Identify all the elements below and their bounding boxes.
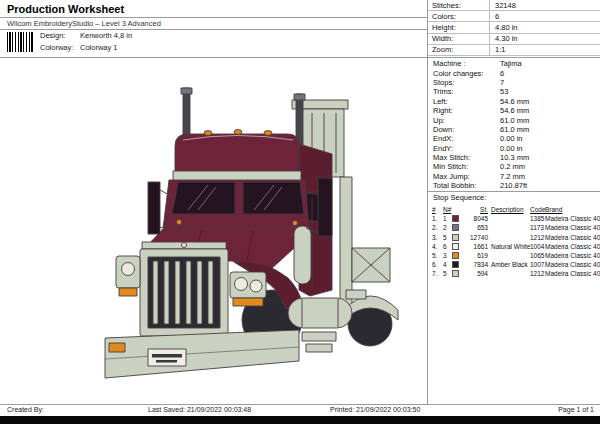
page-title: Production Worksheet [7,3,124,15]
machine-info-value: 210.87ft [500,181,527,190]
stop-sequence-row: 3. 5 12740 1212 Madeira Classic 40 [428,233,600,242]
thread-code: 1007 [529,261,545,268]
machine-info-value: 7 [500,78,504,87]
stitch-count: 594 [465,270,491,277]
page-number: Page 1 of 1 [558,406,594,413]
machine-info-value: 0.2 mm [500,162,525,171]
thread-color-swatch [452,243,459,250]
machine-info-value: Tajima [500,59,522,68]
seq-number: 6. [432,261,443,268]
needle-number: 4 [443,261,452,268]
machine-info-label: Left: [428,97,500,106]
machine-info-label: Right: [428,106,500,115]
summary-row: Zoom:1:1 [428,45,600,56]
machine-info-row: Stops:7 [428,78,600,87]
summary-value: 6 [490,12,499,21]
machine-info-row: Right:54.6 mm [428,106,600,115]
machine-info-row: Down:61.0 mm [428,125,600,134]
thread-brand: Madeira Classic 40 [545,224,600,231]
stop-sequence-header: # N# St. Description Code Brand [428,205,600,214]
col-brand: Brand [545,206,600,213]
col-code: Code [529,206,545,213]
machine-info-row: Total Bobbin:210.87ft [428,181,600,190]
production-worksheet-page: Production Worksheet Wilcom EmbroiderySt… [0,0,600,424]
thread-color-swatch [452,252,459,259]
needle-number: 2 [443,224,452,231]
needle-number: 3 [443,252,452,259]
thread-brand: Madeira Classic 40 [545,234,600,241]
divider [0,404,600,405]
summary-row: Stitches:32148 [428,0,600,11]
stop-sequence-row: 7. 5 594 1212 Madeira Classic 40 [428,269,600,278]
thread-code: 1004 [529,243,545,250]
stop-sequence-row: 4. 6 1661 Natural White 1004 Madeira Cla… [428,242,600,251]
summary-label: Zoom: [428,45,490,55]
machine-info-label: Trims: [428,87,500,96]
printed-value: 21/09/2022 00:03:50 [356,406,420,413]
machine-info-row: Up:61.0 mm [428,115,600,124]
thread-brand: Madeira Classic 40 [545,243,600,250]
machine-info-value: 0.00 in [500,144,523,153]
stop-sequence-row: 1. 1 8045 1385 Madeira Classic 40 [428,214,600,223]
colorway-label: Colorway: [40,43,73,52]
machine-info-value: 0.00 in [500,134,523,143]
machine-info-label: Machine : [428,59,500,68]
divider [0,17,427,18]
machine-info-label: Stops: [428,78,500,87]
barcode [7,32,34,52]
printed-label: Printed: [330,406,354,413]
thread-brand: Madeira Classic 40 [545,215,600,222]
machine-info-row: Left:54.6 mm [428,97,600,106]
seq-number: 5. [432,252,443,259]
summary-row: Height:4.80 in [428,22,600,33]
stitch-count: 1661 [465,243,491,250]
needle-number: 5 [443,270,452,277]
thread-color-swatch [452,270,459,277]
truck-grille [140,242,228,336]
seq-number: 3. [432,234,443,241]
thread-color-swatch [452,215,459,222]
thread-code: 1173 [529,224,545,231]
summary-label: Height: [428,22,490,32]
stop-sequence-title: Stop Sequence: [428,193,600,202]
summary-label: Stitches: [428,0,490,10]
thread-code: 1212 [529,234,545,241]
machine-info-value: 10.3 mm [500,153,529,162]
machine-info-label: EndY: [428,144,500,153]
stop-sequence-row: 6. 4 7834 Amber Black 1007 Madeira Class… [428,260,600,269]
summary-label: Width: [428,34,490,44]
truck-bumper [105,330,299,378]
col-needle: N# [443,206,452,213]
machine-info-value: 7.2 mm [500,172,525,181]
thread-code: 1065 [529,252,545,259]
machine-info-label: EndX: [428,134,500,143]
machine-info-label: Max Jump: [428,172,500,181]
machine-info-label: Color changes: [428,69,500,78]
machine-info-row: Color changes:6 [428,68,600,77]
bottom-bar [0,416,600,424]
created-by-label: Created By: [7,406,44,413]
machine-info-row: Min Stitch:0.2 mm [428,162,600,171]
stop-sequence-row: 5. 3 619 1065 Madeira Classic 40 [428,251,600,260]
app-subtitle: Wilcom EmbroideryStudio – Level 3 Advanc… [7,19,161,28]
summary-row: Width:4.30 in [428,34,600,45]
machine-info-row: Max Stitch:10.3 mm [428,153,600,162]
thread-code: 1385 [529,215,545,222]
machine-info-label: Total Bobbin: [428,181,500,190]
machine-info-label: Up: [428,116,500,125]
machine-info-value: 54.6 mm [500,106,529,115]
last-saved: Last Saved: 21/09/2022 00:03:48 [148,406,251,413]
summary-panel: Stitches:32148 Colors:6 Height:4.80 in W… [427,0,600,57]
machine-info-row: EndX:0.00 in [428,134,600,143]
divider [427,191,600,192]
stop-sequence-panel: Stop Sequence: # N# St. Description Code… [428,193,600,279]
thread-description: Natural White [491,243,529,250]
last-saved-value: 21/09/2022 00:03:48 [187,406,251,413]
seq-number: 7. [432,270,443,277]
summary-label: Colors: [428,11,490,21]
machine-info-label: Min Stitch: [428,162,500,171]
machine-info-row: Max Jump:7.2 mm [428,172,600,181]
machine-info-panel: Machine :Tajima Color changes:6 Stops:7 … [428,59,600,190]
stitch-count: 7834 [465,261,491,268]
col-stitches: St. [465,206,491,213]
